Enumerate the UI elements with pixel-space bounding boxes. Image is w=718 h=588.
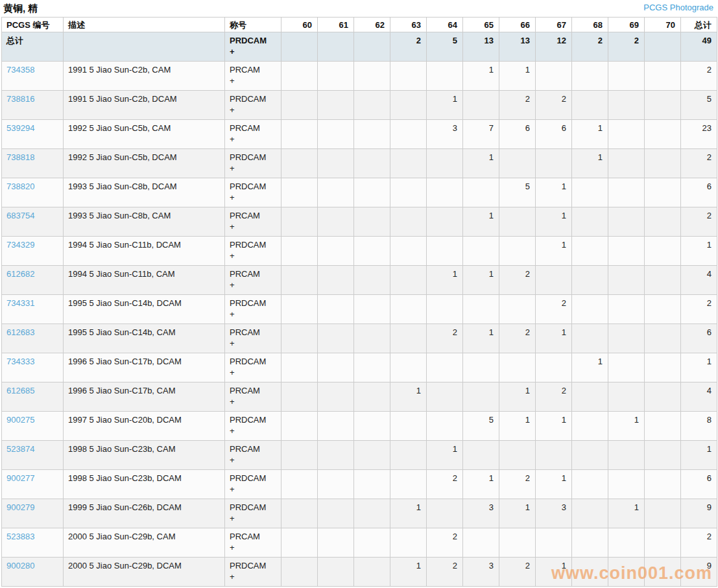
column-header-grade-65: 65 xyxy=(463,18,499,32)
pcgs-number-link[interactable]: 612682 xyxy=(6,269,34,279)
grade-count-70 xyxy=(645,178,681,207)
grade-count-68 xyxy=(572,499,608,528)
totals-grade-62 xyxy=(354,32,390,62)
pcgs-number-cell: 900280 xyxy=(2,558,64,587)
grade-count-63 xyxy=(390,353,427,382)
grade-count-63: 1 xyxy=(390,382,427,412)
pcgs-number-link[interactable]: 900280 xyxy=(6,561,34,570)
pcgs-number-link[interactable]: 734329 xyxy=(6,240,34,250)
grade-count-61 xyxy=(318,266,354,295)
grade-count-70 xyxy=(645,62,681,91)
coin-description: 1996 5 Jiao Sun-C17b, CAM xyxy=(64,382,225,412)
grade-count-61 xyxy=(318,353,354,382)
row-total: 2 xyxy=(681,62,717,91)
grade-count-66: 1 xyxy=(499,499,536,528)
grade-count-67 xyxy=(536,441,572,470)
pcgs-number-link[interactable]: 900275 xyxy=(6,415,34,425)
grade-count-60 xyxy=(281,295,318,324)
grade-count-69 xyxy=(608,120,645,149)
grade-count-60 xyxy=(281,441,318,470)
pcgs-number-link[interactable]: 738820 xyxy=(6,182,34,191)
pcgs-number-link[interactable]: 734333 xyxy=(6,357,34,366)
grade-count-68 xyxy=(572,470,608,499)
grade-count-70 xyxy=(645,324,681,353)
grade-count-66: 2 xyxy=(499,558,536,587)
grade-count-64: 1 xyxy=(427,441,463,470)
grade-count-67: 1 xyxy=(536,237,572,266)
grade-count-68 xyxy=(572,295,608,324)
pcgs-number-link[interactable]: 539294 xyxy=(6,123,34,133)
coin-description: 1992 5 Jiao Sun-C5b, DCAM xyxy=(64,149,225,178)
grade-count-62 xyxy=(354,470,390,499)
grade-count-63: 1 xyxy=(390,558,427,587)
pcgs-number-link[interactable]: 900277 xyxy=(6,473,34,483)
column-header-grade-67: 67 xyxy=(536,18,572,32)
pcgs-number-link[interactable]: 683754 xyxy=(6,211,34,220)
grade-count-70 xyxy=(645,91,681,120)
grade-count-64 xyxy=(427,149,463,178)
table-row: 7388201993 5 Jiao Sun-C8b, DCAMPRDCAM+51… xyxy=(2,178,717,207)
grade-count-61 xyxy=(318,499,354,528)
grade-count-68: 1 xyxy=(572,149,608,178)
pcgs-number-cell: 738818 xyxy=(2,149,64,178)
pcgs-number-link[interactable]: 738818 xyxy=(6,152,34,162)
designation: PRDCAM+ xyxy=(225,499,281,528)
pcgs-number-link[interactable]: 738816 xyxy=(6,94,34,104)
grade-count-69 xyxy=(608,295,645,324)
page-title: 黄铜, 精 xyxy=(3,3,38,14)
grade-count-64: 2 xyxy=(427,324,463,353)
grade-count-64: 1 xyxy=(427,266,463,295)
grade-count-67: 2 xyxy=(536,295,572,324)
pcgs-number-link[interactable]: 612685 xyxy=(6,386,34,395)
pcgs-number-cell: 612685 xyxy=(2,382,64,412)
grade-count-70 xyxy=(645,207,681,237)
column-header-designation: 称号 xyxy=(225,18,281,32)
table-row: 9002771998 5 Jiao Sun-C23b, DCAMPRDCAM+2… xyxy=(2,470,717,499)
pcgs-number-link[interactable]: 612683 xyxy=(6,327,34,337)
grade-count-66: 1 xyxy=(499,62,536,91)
coin-description: 2000 5 Jiao Sun-C29b, CAM xyxy=(64,528,225,558)
grade-count-65 xyxy=(463,237,499,266)
photograde-link[interactable]: PCGS Photograde xyxy=(643,3,713,13)
grade-count-64 xyxy=(427,237,463,266)
pcgs-number-cell: 900275 xyxy=(2,412,64,441)
grade-count-67: 1 xyxy=(536,470,572,499)
totals-row: 总计PRDCAM+251313122249 xyxy=(2,32,717,62)
grade-count-60 xyxy=(281,412,318,441)
pcgs-number-link[interactable]: 523883 xyxy=(6,532,34,541)
pcgs-number-link[interactable]: 734358 xyxy=(6,65,34,75)
grade-count-64: 2 xyxy=(427,558,463,587)
column-header-grade-69: 69 xyxy=(608,18,645,32)
designation: PRCAM+ xyxy=(225,382,281,412)
totals-grade-60 xyxy=(281,32,318,62)
grade-count-69 xyxy=(608,558,645,587)
grade-count-64 xyxy=(427,382,463,412)
grade-count-64: 2 xyxy=(427,470,463,499)
pcgs-number-cell: 900277 xyxy=(2,470,64,499)
table-row: 9002751997 5 Jiao Sun-C20b, DCAMPRDCAM+5… xyxy=(2,412,717,441)
pcgs-number-link[interactable]: 900279 xyxy=(6,502,34,512)
grade-count-70 xyxy=(645,120,681,149)
grade-count-65: 1 xyxy=(463,324,499,353)
grade-count-65 xyxy=(463,295,499,324)
grade-count-64: 1 xyxy=(427,91,463,120)
grade-count-63 xyxy=(390,178,427,207)
pcgs-number-link[interactable]: 523874 xyxy=(6,444,34,454)
row-total: 1 xyxy=(681,441,717,470)
totals-grade-63: 2 xyxy=(390,32,427,62)
designation: PRCAM+ xyxy=(225,266,281,295)
grade-count-70 xyxy=(645,295,681,324)
column-header-total: 总计 xyxy=(681,18,717,32)
grade-count-67 xyxy=(536,62,572,91)
grade-count-63 xyxy=(390,120,427,149)
table-row: 9002802000 5 Jiao Sun-C29b, DCAMPRDCAM+1… xyxy=(2,558,717,587)
designation: PRDCAM+ xyxy=(225,470,281,499)
coin-description: 1993 5 Jiao Sun-C8b, DCAM xyxy=(64,178,225,207)
grade-count-64 xyxy=(427,62,463,91)
pcgs-number-link[interactable]: 734331 xyxy=(6,298,34,308)
grade-count-69: 1 xyxy=(608,412,645,441)
pcgs-number-cell: 734333 xyxy=(2,353,64,382)
grade-count-66 xyxy=(499,207,536,237)
coin-description: 1999 5 Jiao Sun-C26b, DCAM xyxy=(64,499,225,528)
table-row: 5238741998 5 Jiao Sun-C23b, CAMPRCAM+11 xyxy=(2,441,717,470)
